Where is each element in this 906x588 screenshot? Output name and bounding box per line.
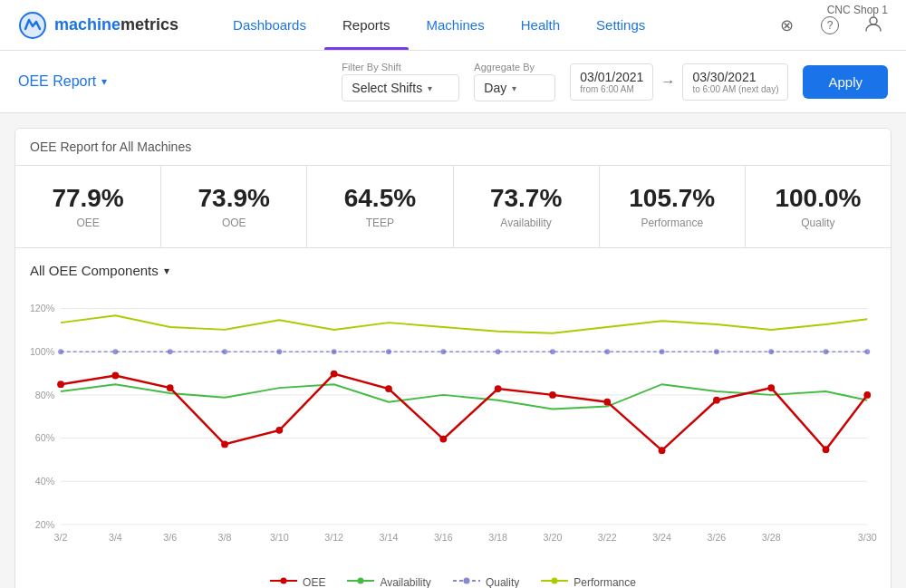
svg-point-37	[385, 385, 392, 392]
aggregate-by-label: Aggregate By	[474, 62, 535, 72]
stat-value: 73.7%	[468, 184, 584, 213]
nav-reports[interactable]: Reports	[324, 1, 409, 49]
svg-point-45	[823, 446, 830, 453]
section-title: OEE Report for All Machines	[14, 128, 892, 166]
svg-point-39	[495, 385, 502, 392]
svg-point-26	[660, 349, 665, 354]
stat-card-oee: 77.9%OEE	[15, 166, 161, 247]
stat-value: 64.5%	[322, 184, 438, 213]
svg-text:3/30: 3/30	[858, 532, 877, 543]
report-title[interactable]: OEE Report ▾	[18, 73, 107, 90]
svg-point-31	[57, 381, 64, 388]
svg-point-65	[358, 578, 364, 584]
legend-icon-quality	[453, 575, 480, 588]
stat-card-teep: 64.5%TEEP	[307, 166, 453, 247]
legend-label: OEE	[303, 576, 325, 589]
svg-point-44	[767, 384, 775, 391]
svg-text:80%: 80%	[35, 390, 55, 400]
svg-point-2	[870, 17, 877, 24]
svg-text:3/16: 3/16	[434, 532, 453, 543]
legend-item-oee: OEE	[270, 575, 325, 588]
chart-header[interactable]: All OEE Components ▾	[30, 263, 876, 278]
stat-card-performance: 105.7%Performance	[600, 166, 746, 247]
svg-point-18	[222, 349, 227, 354]
svg-text:3/4: 3/4	[109, 532, 122, 543]
report-title-caret: ▾	[101, 75, 107, 88]
user-icon	[863, 14, 883, 36]
legend-item-quality: Quality	[453, 575, 519, 588]
svg-point-23	[496, 349, 501, 354]
svg-text:3/8: 3/8	[218, 532, 232, 543]
stat-label: Quality	[760, 217, 876, 229]
logo-text: machinemetrics	[54, 15, 178, 34]
svg-point-41	[603, 399, 611, 406]
aggregate-by-group: Aggregate By Day ▾	[474, 62, 555, 101]
svg-text:120%: 120%	[30, 303, 55, 313]
legend-label: Performance	[573, 576, 636, 589]
stat-label: OEE	[30, 217, 146, 229]
svg-text:3/10: 3/10	[270, 532, 289, 543]
date-from-input[interactable]: 03/01/2021 from 6:00 AM	[570, 63, 653, 101]
stat-label: OOE	[176, 217, 292, 229]
svg-point-22	[440, 349, 446, 354]
svg-point-27	[714, 349, 719, 354]
svg-text:20%: 20%	[35, 519, 55, 530]
stat-label: Performance	[614, 217, 730, 229]
agg-select-caret: ▾	[512, 83, 516, 93]
svg-point-36	[331, 371, 338, 378]
date-to-sub: to 6:00 AM (next day)	[692, 84, 778, 94]
main-content: OEE Report for All Machines 77.9%OEE73.9…	[0, 113, 906, 588]
stat-card-quality: 100.0%Quality	[746, 166, 891, 247]
legend-icon-oee	[270, 575, 297, 588]
apply-button[interactable]: Apply	[803, 65, 888, 99]
svg-point-42	[659, 447, 666, 454]
help-icon: ?	[821, 16, 839, 34]
stat-value: 77.9%	[30, 184, 146, 213]
filter-by-shift-select[interactable]: Select Shifts ▾	[342, 74, 459, 101]
stat-label: Availability	[468, 217, 584, 229]
date-to-group: 03/30/2021 to 6:00 AM (next day)	[682, 63, 788, 101]
nav-health[interactable]: Health	[503, 1, 578, 49]
svg-text:3/6: 3/6	[163, 532, 177, 543]
legend-label: Availability	[380, 576, 430, 589]
legend-label: Quality	[486, 576, 519, 589]
chart-section: All OEE Components ▾ 120% 100% 80% 60% 4…	[14, 248, 892, 588]
chart-svg: 120% 100% 80% 60% 40% 20%	[30, 293, 876, 555]
svg-point-28	[768, 349, 774, 354]
svg-text:3/22: 3/22	[598, 532, 617, 543]
settings-icon-btn[interactable]: ⊗	[772, 11, 801, 40]
top-nav: CNC Shop 1 machinemetrics Dashboards Rep…	[0, 0, 906, 51]
svg-point-38	[439, 436, 447, 443]
aggregate-by-select[interactable]: Day ▾	[474, 74, 555, 101]
svg-text:3/20: 3/20	[544, 532, 563, 543]
filter-by-shift-label: Filter By Shift	[342, 62, 400, 72]
main-nav: Dashboards Reports Machines Health Setti…	[215, 1, 772, 49]
svg-point-19	[276, 349, 282, 354]
stat-card-availability: 73.7%Availability	[454, 166, 600, 247]
svg-text:3/2: 3/2	[54, 532, 68, 543]
nav-dashboards[interactable]: Dashboards	[215, 1, 324, 49]
svg-text:3/26: 3/26	[707, 532, 726, 543]
shift-select-caret: ▾	[428, 83, 432, 93]
nav-machines[interactable]: Machines	[409, 1, 503, 49]
svg-point-67	[463, 578, 469, 584]
svg-point-69	[552, 578, 558, 584]
svg-text:3/14: 3/14	[380, 532, 399, 543]
date-range: 03/01/2021 from 6:00 AM → 03/30/2021 to …	[570, 63, 788, 101]
svg-point-20	[332, 349, 337, 354]
svg-point-17	[168, 349, 173, 354]
app-container: CNC Shop 1 machinemetrics Dashboards Rep…	[0, 0, 906, 588]
stat-value: 100.0%	[760, 184, 876, 213]
date-to-input[interactable]: 03/30/2021 to 6:00 AM (next day)	[682, 63, 788, 101]
stat-card-ooe: 73.9%OOE	[161, 166, 307, 247]
nav-settings[interactable]: Settings	[578, 1, 663, 49]
filter-bar: OEE Report ▾ Filter By Shift Select Shif…	[0, 51, 906, 113]
svg-point-15	[58, 349, 63, 354]
svg-point-35	[275, 427, 283, 434]
svg-point-34	[221, 440, 228, 448]
svg-point-32	[111, 372, 119, 380]
stats-row: 77.9%OEE73.9%OOE64.5%TEEP73.7%Availabili…	[14, 166, 892, 248]
logo-icon	[18, 11, 47, 40]
legend-item-availability: Availability	[347, 575, 430, 588]
filter-by-shift-group: Filter By Shift Select Shifts ▾	[342, 62, 459, 101]
